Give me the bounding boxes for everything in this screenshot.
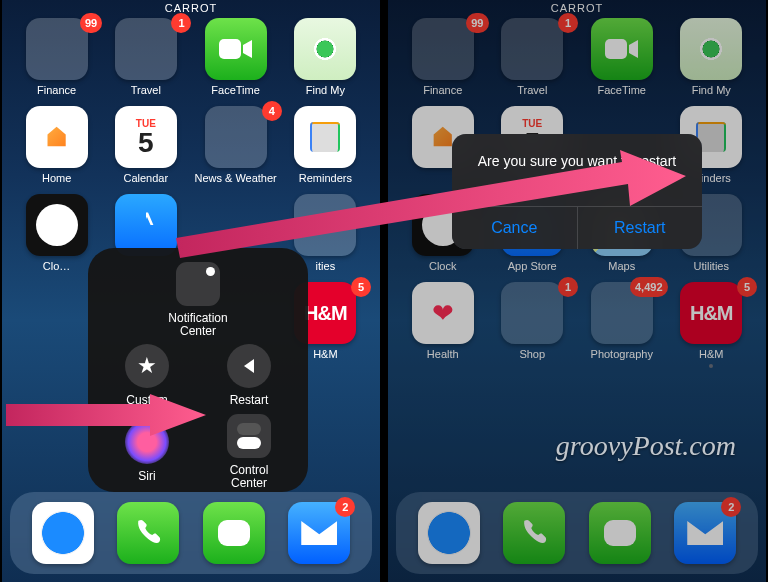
dialog-message: Are you sure you want to restart your iP… bbox=[452, 134, 702, 206]
restart-confirm-dialog: Are you sure you want to restart your iP… bbox=[452, 134, 702, 249]
app-label: News & Weather bbox=[194, 172, 276, 184]
clock-icon bbox=[26, 194, 88, 256]
app-shop[interactable]: 1 Shop bbox=[492, 282, 574, 360]
folder-icon bbox=[501, 282, 563, 344]
calendar-day: 5 bbox=[138, 129, 154, 157]
folder-icon bbox=[591, 282, 653, 344]
app-label: ities bbox=[316, 260, 336, 272]
watermark: groovyPost.com bbox=[556, 430, 736, 462]
folder-icon bbox=[26, 18, 88, 80]
app-reminders[interactable]: Reminders bbox=[285, 106, 366, 184]
at-restart[interactable]: Restart bbox=[200, 344, 298, 407]
app-label: Clo… bbox=[43, 260, 71, 272]
left-screenshot: CARROT 99 Finance 1 Travel bbox=[2, 0, 380, 582]
badge: 2 bbox=[721, 497, 741, 517]
app-findmy[interactable]: Find My bbox=[671, 18, 753, 96]
app-label: Shop bbox=[519, 348, 545, 360]
dock-mail[interactable]: 2 bbox=[674, 502, 736, 564]
at-control-center[interactable]: Control Center bbox=[200, 414, 298, 490]
restart-button[interactable]: Restart bbox=[577, 207, 703, 249]
folder-icon bbox=[294, 194, 356, 256]
app-health[interactable]: Health bbox=[402, 282, 484, 360]
app-finance[interactable]: 99 Finance bbox=[16, 18, 97, 96]
app-label: Utilities bbox=[694, 260, 729, 272]
app-label: Calendar bbox=[124, 172, 169, 184]
app-label: Finance bbox=[37, 84, 76, 96]
app-label: FaceTime bbox=[598, 84, 647, 96]
app-findmy[interactable]: Find My bbox=[285, 18, 366, 96]
dock-safari[interactable] bbox=[418, 502, 480, 564]
dock-safari[interactable] bbox=[32, 502, 94, 564]
badge: 1 bbox=[171, 13, 191, 33]
recently-downloaded-dot bbox=[709, 364, 713, 368]
calendar-dow: TUE bbox=[522, 118, 542, 129]
badge: 4 bbox=[262, 101, 282, 121]
badge: 1 bbox=[558, 13, 578, 33]
dialog-buttons: Cance Restart bbox=[452, 206, 702, 249]
app-label: H&M bbox=[699, 348, 723, 360]
cancel-button[interactable]: Cance bbox=[452, 207, 577, 249]
folder-icon bbox=[501, 18, 563, 80]
dock-phone[interactable] bbox=[117, 502, 179, 564]
folder-icon bbox=[205, 106, 267, 168]
app-label: Home bbox=[42, 172, 71, 184]
restart-icon bbox=[227, 344, 271, 388]
app-facetime[interactable]: FaceTime bbox=[194, 18, 276, 96]
at-notification-center[interactable]: Notification Center bbox=[98, 262, 298, 338]
badge: 5 bbox=[737, 277, 757, 297]
assistivetouch-menu: Notification Center Custom Restart Siri … bbox=[88, 248, 308, 492]
app-finance[interactable]: 99 Finance bbox=[402, 18, 484, 96]
badge: 2 bbox=[335, 497, 355, 517]
dock-mail[interactable]: 2 bbox=[288, 502, 350, 564]
dock-phone[interactable] bbox=[503, 502, 565, 564]
folder-icon bbox=[412, 18, 474, 80]
facetime-icon bbox=[591, 18, 653, 80]
app-label: Finance bbox=[423, 84, 462, 96]
dock: 2 bbox=[10, 492, 372, 574]
badge: 99 bbox=[80, 13, 102, 33]
app-label: App Store bbox=[508, 260, 557, 272]
home-icon bbox=[26, 106, 88, 168]
at-label: Notification Center bbox=[168, 312, 227, 338]
app-label: H&M bbox=[313, 348, 337, 360]
at-custom[interactable]: Custom bbox=[98, 344, 196, 407]
app-label: Clock bbox=[429, 260, 457, 272]
app-label: Find My bbox=[692, 84, 731, 96]
app-home[interactable]: Home bbox=[16, 106, 97, 184]
app-calendar[interactable]: TUE 5 Calendar bbox=[105, 106, 186, 184]
notification-center-icon bbox=[176, 262, 220, 306]
app-label: Photography bbox=[591, 348, 653, 360]
app-label: Maps bbox=[608, 260, 635, 272]
app-label: Travel bbox=[131, 84, 161, 96]
app-photography[interactable]: 4,492 Photography bbox=[581, 282, 663, 360]
at-siri[interactable]: Siri bbox=[98, 414, 196, 490]
dock-messages[interactable] bbox=[203, 502, 265, 564]
right-screenshot: CARROT 99 Finance 1 Travel bbox=[388, 0, 766, 582]
status-app-title: CARROT bbox=[388, 0, 766, 16]
dock-messages[interactable] bbox=[589, 502, 651, 564]
control-center-icon bbox=[227, 414, 271, 458]
app-travel[interactable]: 1 Travel bbox=[105, 18, 186, 96]
at-label: Siri bbox=[138, 470, 155, 483]
app-clock[interactable]: Clo… bbox=[16, 194, 97, 272]
at-label: Restart bbox=[230, 394, 269, 407]
appstore-icon bbox=[115, 194, 177, 256]
calendar-icon: TUE 5 bbox=[115, 106, 177, 168]
badge: 5 bbox=[351, 277, 371, 297]
at-label: Custom bbox=[126, 394, 167, 407]
findmy-icon bbox=[680, 18, 742, 80]
facetime-icon bbox=[205, 18, 267, 80]
star-icon bbox=[125, 344, 169, 388]
svg-rect-0 bbox=[219, 39, 241, 59]
app-news-weather[interactable]: 4 News & Weather bbox=[194, 106, 276, 184]
badge: 99 bbox=[466, 13, 488, 33]
app-label: Find My bbox=[306, 84, 345, 96]
reminders-icon bbox=[294, 106, 356, 168]
app-travel[interactable]: 1 Travel bbox=[492, 18, 574, 96]
app-hm[interactable]: H&M 5 H&M bbox=[671, 282, 753, 360]
svg-rect-1 bbox=[605, 39, 627, 59]
badge: 1 bbox=[558, 277, 578, 297]
app-label: FaceTime bbox=[211, 84, 260, 96]
app-facetime[interactable]: FaceTime bbox=[581, 18, 663, 96]
badge: 4,492 bbox=[630, 277, 668, 297]
